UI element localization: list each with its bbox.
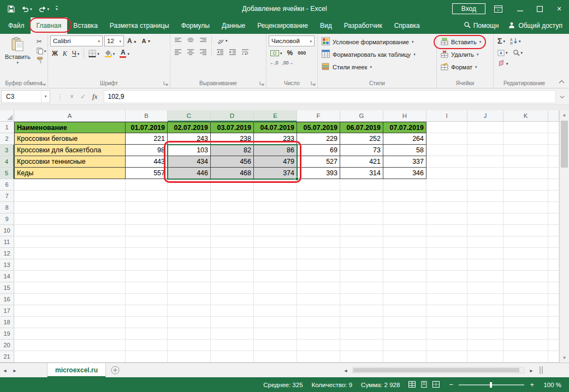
cell-K18[interactable] xyxy=(503,317,548,328)
column-header-K[interactable]: K xyxy=(503,110,548,122)
cell-G16[interactable] xyxy=(340,294,383,305)
cell-B14[interactable] xyxy=(126,271,168,282)
cell-I10[interactable] xyxy=(426,225,467,236)
cell-F1[interactable]: 05.07.2019 xyxy=(297,122,340,133)
cell-A12[interactable] xyxy=(14,248,126,259)
cell-G12[interactable] xyxy=(340,248,383,259)
select-all-button[interactable] xyxy=(0,110,14,122)
cell-K16[interactable] xyxy=(503,294,548,305)
cell-F18[interactable] xyxy=(297,317,340,328)
cell-D7[interactable] xyxy=(211,191,254,202)
italic-button[interactable]: К xyxy=(61,49,69,59)
row-header-9[interactable]: 9 xyxy=(0,213,14,225)
cell-A14[interactable] xyxy=(14,271,126,282)
cell-C7[interactable] xyxy=(168,191,211,202)
cell-C21[interactable] xyxy=(168,351,211,363)
cell-E4[interactable]: 479 xyxy=(254,156,297,168)
column-header-G[interactable]: G xyxy=(340,110,383,122)
cell-E8[interactable] xyxy=(254,202,297,213)
hscroll-right-icon[interactable]: ▸ xyxy=(526,367,536,373)
underline-button[interactable]: Ч▾ xyxy=(70,49,81,58)
row-header-21[interactable]: 21 xyxy=(0,351,14,363)
cell-J3[interactable] xyxy=(467,145,503,156)
tab-разметка-страницы[interactable]: Разметка страницы xyxy=(104,17,175,34)
font-dialog-launcher[interactable] xyxy=(163,81,169,86)
row-header-10[interactable]: 10 xyxy=(0,225,14,236)
cell-H7[interactable] xyxy=(383,191,426,202)
cell-H9[interactable] xyxy=(383,213,426,225)
cell-E6[interactable] xyxy=(254,179,297,191)
align-bottom-icon[interactable] xyxy=(198,36,209,45)
tab-данные[interactable]: Данные xyxy=(216,17,251,34)
number-dialog-launcher[interactable] xyxy=(311,81,316,86)
cell-G4[interactable]: 421 xyxy=(340,156,383,168)
cell-C4[interactable]: 434 xyxy=(168,156,211,168)
confirm-entry-icon[interactable]: ✓ xyxy=(80,93,86,100)
save-icon[interactable] xyxy=(5,4,17,14)
tab-формулы[interactable]: Формулы xyxy=(175,17,216,34)
cell-E7[interactable] xyxy=(254,191,297,202)
zoom-in-icon[interactable]: + xyxy=(529,381,535,389)
number-format-select[interactable]: Числовой▾ xyxy=(269,35,315,46)
row-header-5[interactable]: 5 xyxy=(0,168,14,179)
cell-B5[interactable]: 557 xyxy=(126,168,168,179)
cell-K9[interactable] xyxy=(503,213,548,225)
font-size-select[interactable]: 12▾ xyxy=(104,35,124,46)
formula-bar-handle-icon[interactable]: ⋮ xyxy=(57,93,63,100)
cell-B21[interactable] xyxy=(126,351,168,363)
align-left-icon[interactable] xyxy=(173,47,183,56)
cell-I20[interactable] xyxy=(426,340,467,351)
cell-C15[interactable] xyxy=(168,282,211,294)
cell-H4[interactable]: 337 xyxy=(383,156,426,168)
cell-C14[interactable] xyxy=(168,271,211,282)
fill-down-button[interactable]: ▾ xyxy=(496,49,509,57)
zoom-slider[interactable] xyxy=(459,384,524,385)
row-header-14[interactable]: 14 xyxy=(0,271,14,282)
increase-font-size-icon[interactable]: А▲ xyxy=(126,36,139,46)
cell-D20[interactable] xyxy=(211,340,254,351)
maximize-button[interactable] xyxy=(530,0,549,17)
row-header-6[interactable]: 6 xyxy=(0,179,14,191)
name-box-caret-icon[interactable]: ▾ xyxy=(41,91,50,103)
cell-F2[interactable]: 229 xyxy=(297,133,340,145)
tab-вид[interactable]: Вид xyxy=(314,17,338,34)
zoom-level[interactable]: 100 % xyxy=(543,382,561,388)
row-header-2[interactable]: 2 xyxy=(0,133,14,145)
cell-C18[interactable] xyxy=(168,317,211,328)
cell-E16[interactable] xyxy=(254,294,297,305)
cell-I17[interactable] xyxy=(426,305,467,317)
insert-cells-button[interactable]: Вставить▾ xyxy=(439,35,491,48)
row-header-12[interactable]: 12 xyxy=(0,248,14,259)
row-header-1[interactable]: 1 xyxy=(0,122,14,133)
cell-I8[interactable] xyxy=(426,202,467,213)
cell-H2[interactable]: 264 xyxy=(383,133,426,145)
cell-B1[interactable]: 01.07.2019 xyxy=(126,122,168,133)
cell-C16[interactable] xyxy=(168,294,211,305)
cell-K11[interactable] xyxy=(503,236,548,248)
cell-F20[interactable] xyxy=(297,340,340,351)
tab-split-handle[interactable] xyxy=(540,366,543,374)
cell-G15[interactable] xyxy=(340,282,383,294)
sign-in-button[interactable]: Вход xyxy=(452,3,485,14)
cell-A16[interactable] xyxy=(14,294,126,305)
cut-icon[interactable]: ✂ xyxy=(35,38,48,45)
row-header-18[interactable]: 18 xyxy=(0,317,14,328)
column-header-J[interactable]: J xyxy=(467,110,503,122)
cell-K15[interactable] xyxy=(503,282,548,294)
row-header-20[interactable]: 20 xyxy=(0,340,14,351)
cell-E21[interactable] xyxy=(254,351,297,363)
cell-E1[interactable]: 04.07.2019 xyxy=(254,122,297,133)
cell-H3[interactable]: 58 xyxy=(383,145,426,156)
tell-me-search[interactable]: Помощн xyxy=(464,21,499,30)
cell-D16[interactable] xyxy=(211,294,254,305)
cell-B13[interactable] xyxy=(126,259,168,271)
cell-K14[interactable] xyxy=(503,271,548,282)
cell-F11[interactable] xyxy=(297,236,340,248)
cell-F6[interactable] xyxy=(297,179,340,191)
cell-F10[interactable] xyxy=(297,225,340,236)
tab-главная[interactable]: Главная xyxy=(31,17,68,34)
cell-B12[interactable] xyxy=(126,248,168,259)
cell-J7[interactable] xyxy=(467,191,503,202)
cell-I13[interactable] xyxy=(426,259,467,271)
cell-F9[interactable] xyxy=(297,213,340,225)
